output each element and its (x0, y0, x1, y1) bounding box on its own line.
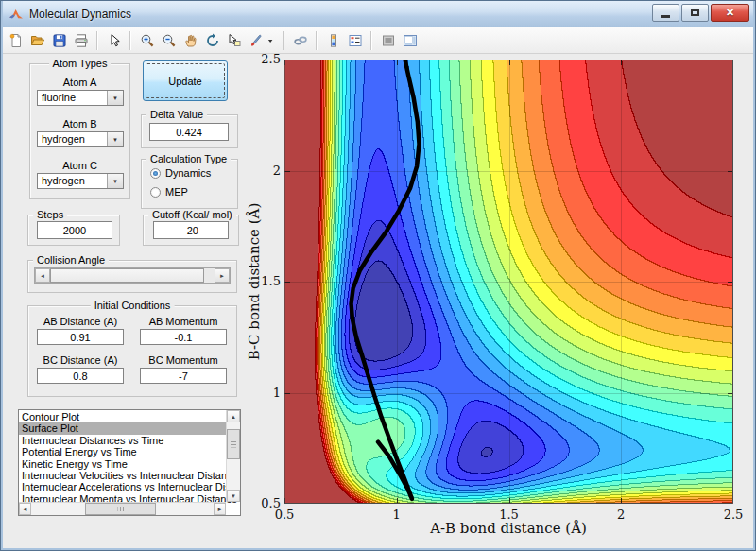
y-axis-label: B-C bond distance (Å) (246, 203, 263, 361)
radio-icon[interactable] (150, 187, 161, 198)
title-bar[interactable]: Molecular Dynamics ✕ (1, 1, 755, 28)
calculation-type-title: Calculation Type (146, 153, 231, 164)
x-tick-label: 2.5 (724, 508, 744, 522)
listbox-items: Contour PlotSurface PlotInternuclear Dis… (19, 411, 226, 505)
list-item[interactable]: Kinetic Energy vs Time (19, 458, 226, 470)
steps-title: Steps (33, 209, 67, 220)
dropdown-arrow-icon[interactable]: ▼ (107, 91, 123, 105)
cutoff-title: Cutoff (Kcal/ mol) (148, 209, 236, 220)
toolbar-separator (129, 31, 131, 50)
plot-type-listbox[interactable]: Contour PlotSurface PlotInternuclear Dis… (18, 409, 241, 516)
dropdown-arrow-icon[interactable]: ▼ (107, 174, 123, 188)
toolbar-separator (283, 31, 284, 50)
listbox-vscrollbar[interactable]: ▲ ▼ (226, 410, 240, 502)
thumb-grip (117, 507, 124, 511)
calculation-type-groupbox: Calculation Type (141, 159, 238, 209)
contour-plot-canvas[interactable] (284, 60, 733, 504)
scroll-right-arrow[interactable]: ► (214, 503, 226, 515)
slider-left-arrow[interactable]: ◄ (35, 268, 50, 283)
minimize-button[interactable] (652, 4, 679, 22)
radio-dynamics-label: Dynamics (165, 167, 211, 179)
list-item[interactable]: Internuclear Accelerations vs Internucle… (19, 481, 226, 492)
maximize-icon (691, 9, 699, 16)
data-cursor-button[interactable] (223, 29, 245, 51)
app-window: Molecular Dynamics ✕ ◢ Atom Types Atom A… (0, 0, 756, 551)
update-button-label: Update (168, 76, 201, 87)
radio-dynamics[interactable]: Dynamics (150, 167, 211, 179)
scroll-left-arrow[interactable]: ◄ (19, 503, 31, 515)
toolbar-separator (316, 31, 318, 50)
listbox-hscrollbar[interactable]: ◄ ► (19, 502, 226, 515)
atom-types-title: Atom Types (49, 58, 112, 69)
window-title: Molecular Dynamics (29, 8, 131, 21)
scroll-up-arrow[interactable]: ▲ (227, 410, 240, 422)
atom-c-value: hydrogen (38, 174, 107, 188)
show-plot-tools-button[interactable] (399, 29, 421, 51)
thumb-grip (231, 441, 236, 448)
save-icon (52, 33, 67, 48)
hide-plot-tools-button[interactable] (377, 29, 399, 51)
hscroll-thumb[interactable] (85, 503, 156, 515)
atom-a-value: fluorine (38, 91, 107, 105)
dropdown-arrow-icon[interactable]: ▼ (107, 132, 123, 146)
close-icon: ✕ (726, 8, 734, 18)
bc-distance-field[interactable] (37, 368, 124, 384)
y-tick-label: 1 (252, 385, 281, 399)
zoom-in-icon (140, 33, 155, 48)
cutoff-field[interactable] (153, 221, 229, 239)
brush-icon (249, 33, 264, 48)
save-button[interactable] (48, 29, 70, 51)
list-item[interactable]: Internuclear Velocities vs Internuclear … (19, 470, 226, 481)
atom-c-dropdown[interactable]: hydrogen ▼ (37, 173, 124, 189)
radio-mep[interactable]: MEP (150, 186, 188, 198)
insert-legend-icon (348, 33, 363, 48)
toolbar-separator (96, 31, 98, 50)
insert-colorbar-button[interactable] (322, 29, 344, 51)
brush-button[interactable] (245, 29, 266, 51)
update-button[interactable]: Update (143, 60, 228, 101)
ab-momentum-field[interactable] (140, 329, 227, 345)
atom-c-label: Atom C (29, 160, 130, 171)
close-button[interactable]: ✕ (711, 4, 749, 22)
x-tick-label: 2 (617, 508, 625, 522)
brush-dropdown-button[interactable] (266, 29, 278, 51)
atom-b-dropdown[interactable]: hydrogen ▼ (37, 131, 124, 147)
steps-field[interactable] (37, 221, 112, 239)
new-file-button[interactable] (5, 29, 26, 51)
bc-momentum-label: BC Momentum (140, 354, 227, 366)
list-item[interactable]: Contour Plot (19, 411, 226, 422)
atom-a-dropdown[interactable]: fluorine ▼ (37, 90, 124, 106)
delta-value-field[interactable] (149, 123, 229, 141)
collision-angle-slider[interactable]: ◄ ► (34, 267, 231, 284)
y-tick-label: 2 (252, 163, 281, 177)
pan-hand-button[interactable] (180, 29, 201, 51)
zoom-out-button[interactable] (158, 29, 180, 51)
zoom-in-button[interactable] (136, 29, 158, 51)
print-icon (74, 33, 89, 48)
scroll-down-arrow[interactable]: ▼ (227, 490, 240, 502)
maximize-button[interactable] (681, 4, 709, 22)
slider-thumb[interactable] (50, 268, 204, 283)
delta-title: Delta Value (146, 109, 207, 120)
slider-right-arrow[interactable]: ► (215, 268, 230, 283)
link-plot-button[interactable] (289, 29, 311, 51)
ab-distance-field[interactable] (37, 329, 124, 345)
insert-legend-button[interactable] (344, 29, 366, 51)
x-tick-label: 1 (393, 508, 401, 522)
list-item[interactable]: Potential Energy vs Time (19, 446, 226, 457)
print-button[interactable] (70, 29, 92, 51)
list-item[interactable]: Surface Plot (19, 422, 226, 434)
x-axis-label: A-B bond distance (Å) (430, 520, 587, 537)
open-folder-button[interactable] (26, 29, 48, 51)
toolbar-separator (370, 31, 372, 50)
edit-arrow-button[interactable] (103, 29, 125, 51)
list-item[interactable]: Internuclear Distances vs Time (19, 435, 226, 446)
open-folder-icon (30, 33, 45, 48)
vscroll-thumb[interactable] (227, 429, 240, 459)
y-tick-label: 0.5 (252, 496, 281, 510)
bc-momentum-field[interactable] (140, 368, 227, 384)
radio-icon[interactable] (150, 168, 161, 179)
atom-b-label: Atom B (29, 118, 130, 129)
rotate-3d-button[interactable] (201, 29, 223, 51)
bc-distance-label: BC Distance (A) (37, 354, 124, 366)
